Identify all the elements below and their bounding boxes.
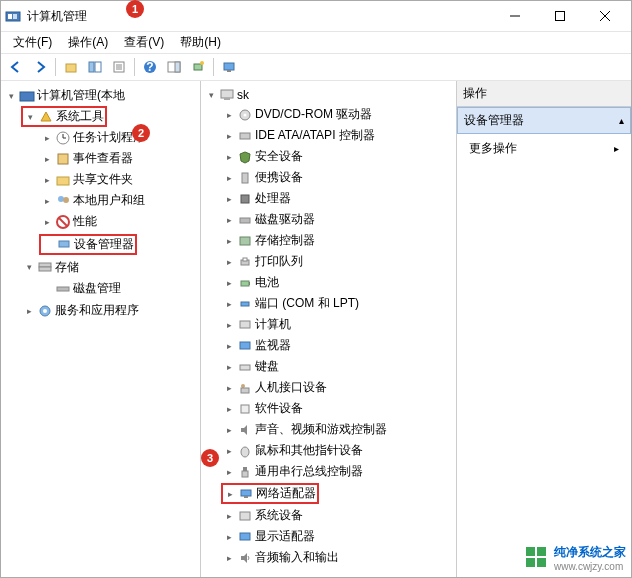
expand-icon[interactable]: ▾ <box>24 112 36 122</box>
tree-system-tools[interactable]: ▾ 系统工具 <box>21 106 107 127</box>
tree-network[interactable]: ▸网络适配器 <box>221 483 319 504</box>
mouse-icon <box>237 443 253 459</box>
expand-icon[interactable]: ▸ <box>223 553 235 563</box>
tree-root-sk[interactable]: ▾ sk <box>203 86 251 104</box>
watermark-name: 纯净系统之家 <box>554 545 626 559</box>
expand-icon[interactable]: ▸ <box>223 404 235 414</box>
scan-button[interactable] <box>187 56 209 78</box>
expand-icon[interactable]: ▸ <box>223 299 235 309</box>
expand-icon[interactable]: ▾ <box>23 262 35 272</box>
tree-computer[interactable]: ▸计算机 <box>221 315 293 334</box>
window-title: 计算机管理 <box>27 8 492 25</box>
svg-rect-65 <box>526 547 535 556</box>
back-button[interactable] <box>5 56 27 78</box>
up-button[interactable] <box>60 56 82 78</box>
tree-system[interactable]: ▸系统设备 <box>221 506 305 525</box>
tree-print-queue[interactable]: ▸打印队列 <box>221 252 305 271</box>
tree-storage-ctrl[interactable]: ▸存储控制器 <box>221 231 317 250</box>
expand-icon[interactable]: ▾ <box>5 91 17 101</box>
tree-hid[interactable]: ▸人机接口设备 <box>221 378 329 397</box>
tree-audio[interactable]: ▸音频输入和输出 <box>221 548 341 567</box>
tree-monitor[interactable]: ▸监视器 <box>221 336 293 355</box>
tree-task-scheduler[interactable]: ▸任务计划程序 <box>39 128 147 147</box>
tree-label: 性能 <box>73 213 97 230</box>
tree-soft-dev[interactable]: ▸软件设备 <box>221 399 305 418</box>
expand-icon[interactable]: ▾ <box>205 90 217 100</box>
performance-icon <box>55 214 71 230</box>
tree-event-viewer[interactable]: ▸事件查看器 <box>39 149 135 168</box>
tree-mouse[interactable]: ▸鼠标和其他指针设备 <box>221 441 365 460</box>
menu-help[interactable]: 帮助(H) <box>172 32 229 53</box>
tree-display[interactable]: ▸显示适配器 <box>221 527 317 546</box>
expand-icon[interactable]: ▸ <box>223 110 235 120</box>
expand-icon[interactable]: ▸ <box>223 467 235 477</box>
expand-icon[interactable]: ▸ <box>41 154 53 164</box>
svg-rect-59 <box>243 467 247 471</box>
tree-label: 通用串行总线控制器 <box>255 463 363 480</box>
tree-device-manager[interactable]: 设备管理器 <box>39 234 137 255</box>
actions-section[interactable]: 设备管理器 ▴ <box>457 107 631 134</box>
svg-rect-53 <box>240 342 250 349</box>
menu-view[interactable]: 查看(V) <box>116 32 172 53</box>
expand-icon[interactable]: ▸ <box>223 383 235 393</box>
expand-icon[interactable]: ▸ <box>223 236 235 246</box>
expand-icon[interactable]: ▸ <box>223 532 235 542</box>
expand-icon[interactable]: ▸ <box>224 489 236 499</box>
expand-icon[interactable]: ▸ <box>223 425 235 435</box>
expand-icon[interactable]: ▸ <box>23 306 35 316</box>
tree-disk-mgmt[interactable]: 磁盘管理 <box>39 279 123 298</box>
more-actions-link[interactable]: 更多操作 ▸ <box>457 134 631 163</box>
forward-button[interactable] <box>29 56 51 78</box>
expand-icon[interactable]: ▸ <box>223 152 235 162</box>
menu-file[interactable]: 文件(F) <box>5 32 60 53</box>
expand-icon[interactable]: ▸ <box>41 217 53 227</box>
tree-dvd[interactable]: ▸DVD/CD-ROM 驱动器 <box>221 105 374 124</box>
expand-icon[interactable]: ▸ <box>41 196 53 206</box>
tree-performance[interactable]: ▸性能 <box>39 212 99 231</box>
tree-battery[interactable]: ▸电池 <box>221 273 281 292</box>
menu-action[interactable]: 操作(A) <box>60 32 116 53</box>
expand-icon[interactable]: ▸ <box>223 131 235 141</box>
expand-icon[interactable]: ▸ <box>41 175 53 185</box>
tree-services[interactable]: ▸服务和应用程序 <box>21 301 141 320</box>
expand-icon[interactable]: ▸ <box>223 446 235 456</box>
tree-usb[interactable]: ▸通用串行总线控制器 <box>221 462 365 481</box>
expand-icon[interactable]: ▸ <box>223 320 235 330</box>
help-button[interactable]: ? <box>139 56 161 78</box>
svg-rect-64 <box>240 533 250 540</box>
tree-ports[interactable]: ▸端口 (COM 和 LPT) <box>221 294 361 313</box>
tree-local-users[interactable]: ▸本地用户和组 <box>39 191 147 210</box>
expand-icon[interactable]: ▸ <box>223 278 235 288</box>
tree-label: 存储 <box>55 259 79 276</box>
window-root: 计算机管理 文件(F) 操作(A) 查看(V) 帮助(H) ? 1 2 <box>0 0 632 578</box>
tree-shared-folders[interactable]: ▸共享文件夹 <box>39 170 135 189</box>
tree-sound[interactable]: ▸声音、视频和游戏控制器 <box>221 420 389 439</box>
close-button[interactable] <box>582 1 627 31</box>
expand-icon[interactable]: ▸ <box>223 173 235 183</box>
tree-root-computer-mgmt[interactable]: ▾ 计算机管理(本地 <box>3 86 127 105</box>
tree-security[interactable]: ▸安全设备 <box>221 147 305 166</box>
show-hide-button[interactable] <box>84 56 106 78</box>
expand-icon[interactable]: ▸ <box>223 257 235 267</box>
expand-icon[interactable]: ▸ <box>223 341 235 351</box>
expand-icon[interactable]: ▸ <box>223 511 235 521</box>
action-pane-button[interactable] <box>163 56 185 78</box>
tree-disk-drives[interactable]: ▸磁盘驱动器 <box>221 210 317 229</box>
monitor-button[interactable] <box>218 56 240 78</box>
expand-icon[interactable]: ▸ <box>223 362 235 372</box>
maximize-button[interactable] <box>537 1 582 31</box>
minimize-button[interactable] <box>492 1 537 31</box>
tree-portable[interactable]: ▸便携设备 <box>221 168 305 187</box>
svg-rect-62 <box>244 496 248 498</box>
svg-rect-45 <box>240 218 250 223</box>
tree-ide[interactable]: ▸IDE ATA/ATAPI 控制器 <box>221 126 377 145</box>
properties-button[interactable] <box>108 56 130 78</box>
expand-icon[interactable]: ▸ <box>223 194 235 204</box>
tree-cpu[interactable]: ▸处理器 <box>221 189 293 208</box>
system-tools-icon <box>38 109 54 125</box>
expand-icon[interactable]: ▸ <box>41 133 53 143</box>
expand-icon[interactable]: ▸ <box>223 215 235 225</box>
device-tree: ▾ sk ▸DVD/CD-ROM 驱动器 ▸IDE ATA/ATAPI 控制器 … <box>203 85 454 569</box>
tree-keyboard[interactable]: ▸键盘 <box>221 357 281 376</box>
tree-storage[interactable]: ▾ 存储 <box>21 258 81 277</box>
